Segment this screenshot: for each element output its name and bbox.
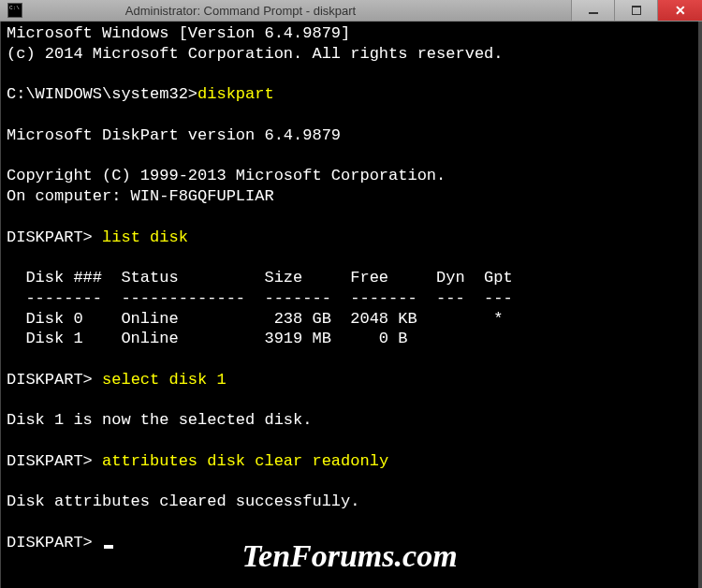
cursor	[104, 545, 113, 549]
maximize-button[interactable]	[614, 0, 657, 21]
command-select-disk: select disk 1	[102, 371, 227, 389]
message-cleared: Disk attributes cleared successfully.	[7, 492, 359, 510]
command-attributes: attributes disk clear readonly	[102, 452, 388, 470]
copyright-line: (c) 2014 Microsoft Corporation. All righ…	[7, 45, 504, 63]
command-list-disk: list disk	[102, 228, 188, 246]
diskpart-prompt: DISKPART>	[7, 534, 102, 551]
window-controls: ✕	[571, 0, 702, 21]
close-icon: ✕	[675, 4, 686, 17]
minimize-button[interactable]	[571, 0, 614, 21]
table-row: Disk 0 Online 238 GB 2048 KB *	[7, 310, 504, 328]
diskpart-prompt: DISKPART>	[7, 228, 102, 246]
close-button[interactable]: ✕	[657, 0, 702, 21]
diskpart-copyright: Copyright (C) 1999-2013 Microsoft Corpor…	[7, 167, 446, 184]
minimize-icon	[589, 12, 598, 14]
table-header: Disk ### Status Size Free Dyn Gpt	[7, 269, 513, 287]
terminal-output[interactable]: Microsoft Windows [Version 6.4.9879] (c)…	[0, 22, 702, 588]
watermark-text: TenForums.com	[241, 536, 457, 577]
window-title: Administrator: Command Prompt - diskpart	[22, 4, 571, 18]
computer-name-line: On computer: WIN-F8GQFUPLIAR	[7, 187, 274, 205]
os-version-line: Microsoft Windows [Version 6.4.9879]	[7, 24, 350, 42]
command-prompt-window: Administrator: Command Prompt - diskpart…	[0, 0, 702, 588]
message-selected: Disk 1 is now the selected disk.	[7, 411, 312, 429]
table-rule: -------- ------------- ------- ------- -…	[7, 289, 513, 307]
shell-prompt: C:\WINDOWS\system32>	[7, 85, 197, 103]
command-diskpart: diskpart	[197, 85, 274, 103]
diskpart-version: Microsoft DiskPart version 6.4.9879	[7, 126, 341, 144]
maximize-icon	[632, 6, 641, 15]
titlebar[interactable]: Administrator: Command Prompt - diskpart…	[0, 0, 702, 22]
diskpart-prompt: DISKPART>	[7, 452, 102, 470]
table-row: Disk 1 Online 3919 MB 0 B	[7, 330, 407, 347]
app-icon	[7, 3, 22, 18]
diskpart-prompt: DISKPART>	[7, 371, 102, 389]
